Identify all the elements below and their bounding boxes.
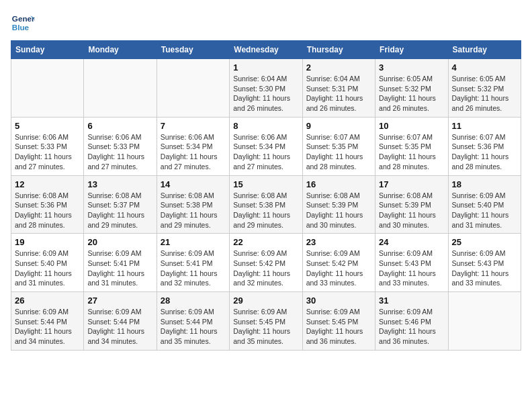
day-info: Sunrise: 6:08 AM Sunset: 5:39 PM Dayligh…	[379, 191, 444, 230]
calendar-cell: 1Sunrise: 6:04 AM Sunset: 5:30 PM Daylig…	[230, 59, 302, 118]
calendar-cell: 13Sunrise: 6:08 AM Sunset: 5:37 PM Dayli…	[84, 175, 157, 234]
day-number: 13	[87, 179, 152, 189]
calendar-cell: 3Sunrise: 6:05 AM Sunset: 5:32 PM Daylig…	[375, 59, 448, 118]
day-info: Sunrise: 6:08 AM Sunset: 5:37 PM Dayligh…	[87, 191, 152, 230]
weekday-header-monday: Monday	[84, 41, 157, 59]
calendar-cell: 15Sunrise: 6:08 AM Sunset: 5:38 PM Dayli…	[230, 175, 302, 234]
day-info: Sunrise: 6:04 AM Sunset: 5:30 PM Dayligh…	[233, 74, 298, 113]
day-info: Sunrise: 6:09 AM Sunset: 5:40 PM Dayligh…	[452, 191, 517, 230]
calendar-cell	[448, 292, 521, 351]
calendar-cell: 27Sunrise: 6:09 AM Sunset: 5:44 PM Dayli…	[84, 292, 157, 351]
calendar-cell: 5Sunrise: 6:06 AM Sunset: 5:33 PM Daylig…	[11, 117, 84, 175]
calendar-cell: 31Sunrise: 6:09 AM Sunset: 5:46 PM Dayli…	[375, 292, 448, 351]
day-number: 7	[161, 121, 226, 131]
day-number: 28	[161, 295, 226, 306]
svg-text:General: General	[12, 14, 35, 23]
day-info: Sunrise: 6:09 AM Sunset: 5:46 PM Dayligh…	[379, 307, 444, 347]
day-number: 25	[452, 237, 517, 247]
weekday-header-row: SundayMondayTuesdayWednesdayThursdayFrid…	[11, 41, 521, 59]
calendar-cell: 20Sunrise: 6:09 AM Sunset: 5:41 PM Dayli…	[84, 234, 157, 292]
logo: General Blue	[11, 11, 35, 35]
weekday-header-friday: Friday	[375, 41, 448, 59]
weekday-header-sunday: Sunday	[11, 41, 84, 59]
day-number: 17	[379, 179, 444, 189]
day-number: 27	[87, 295, 152, 306]
calendar-cell	[11, 59, 84, 118]
calendar-table: SundayMondayTuesdayWednesdayThursdayFrid…	[11, 40, 521, 351]
calendar-cell: 18Sunrise: 6:09 AM Sunset: 5:40 PM Dayli…	[448, 175, 521, 234]
day-info: Sunrise: 6:08 AM Sunset: 5:36 PM Dayligh…	[15, 191, 80, 230]
day-number: 14	[161, 179, 226, 189]
day-info: Sunrise: 6:07 AM Sunset: 5:36 PM Dayligh…	[452, 132, 517, 172]
day-number: 12	[15, 179, 80, 189]
day-number: 10	[379, 121, 444, 131]
week-row-1: 1Sunrise: 6:04 AM Sunset: 5:30 PM Daylig…	[11, 59, 521, 118]
day-info: Sunrise: 6:09 AM Sunset: 5:44 PM Dayligh…	[87, 307, 152, 347]
logo-icon: General Blue	[11, 11, 35, 35]
day-number: 29	[233, 295, 298, 306]
day-number: 6	[87, 121, 152, 131]
day-info: Sunrise: 6:08 AM Sunset: 5:38 PM Dayligh…	[161, 191, 226, 230]
calendar-cell: 23Sunrise: 6:09 AM Sunset: 5:42 PM Dayli…	[302, 234, 375, 292]
calendar-cell	[157, 59, 229, 118]
calendar-cell: 9Sunrise: 6:07 AM Sunset: 5:35 PM Daylig…	[302, 117, 375, 175]
day-info: Sunrise: 6:09 AM Sunset: 5:43 PM Dayligh…	[452, 248, 517, 288]
calendar-cell: 26Sunrise: 6:09 AM Sunset: 5:44 PM Dayli…	[11, 292, 84, 351]
day-number: 11	[452, 121, 517, 131]
day-info: Sunrise: 6:06 AM Sunset: 5:34 PM Dayligh…	[161, 132, 226, 172]
day-number: 15	[233, 179, 298, 189]
day-number: 30	[306, 295, 371, 306]
calendar-cell: 29Sunrise: 6:09 AM Sunset: 5:45 PM Dayli…	[230, 292, 302, 351]
week-row-3: 12Sunrise: 6:08 AM Sunset: 5:36 PM Dayli…	[11, 175, 521, 234]
day-number: 1	[233, 62, 298, 73]
day-number: 24	[379, 237, 444, 247]
weekday-header-tuesday: Tuesday	[157, 41, 229, 59]
day-info: Sunrise: 6:05 AM Sunset: 5:32 PM Dayligh…	[452, 74, 517, 113]
day-info: Sunrise: 6:07 AM Sunset: 5:35 PM Dayligh…	[379, 132, 444, 172]
page-header: General Blue	[11, 11, 521, 35]
calendar-cell: 2Sunrise: 6:04 AM Sunset: 5:31 PM Daylig…	[302, 59, 375, 118]
calendar-cell	[84, 59, 157, 118]
day-info: Sunrise: 6:04 AM Sunset: 5:31 PM Dayligh…	[306, 74, 371, 113]
day-number: 18	[452, 179, 517, 189]
calendar-cell: 30Sunrise: 6:09 AM Sunset: 5:45 PM Dayli…	[302, 292, 375, 351]
day-info: Sunrise: 6:09 AM Sunset: 5:44 PM Dayligh…	[15, 307, 80, 347]
day-info: Sunrise: 6:09 AM Sunset: 5:40 PM Dayligh…	[15, 248, 80, 288]
week-row-5: 26Sunrise: 6:09 AM Sunset: 5:44 PM Dayli…	[11, 292, 521, 351]
calendar-cell: 6Sunrise: 6:06 AM Sunset: 5:33 PM Daylig…	[84, 117, 157, 175]
calendar-cell: 17Sunrise: 6:08 AM Sunset: 5:39 PM Dayli…	[375, 175, 448, 234]
day-info: Sunrise: 6:08 AM Sunset: 5:38 PM Dayligh…	[233, 191, 298, 230]
day-info: Sunrise: 6:09 AM Sunset: 5:42 PM Dayligh…	[306, 248, 371, 288]
day-number: 5	[15, 121, 80, 131]
calendar-body: 1Sunrise: 6:04 AM Sunset: 5:30 PM Daylig…	[11, 59, 521, 351]
calendar-cell: 22Sunrise: 6:09 AM Sunset: 5:42 PM Dayli…	[230, 234, 302, 292]
calendar-cell: 12Sunrise: 6:08 AM Sunset: 5:36 PM Dayli…	[11, 175, 84, 234]
day-number: 31	[379, 295, 444, 306]
day-info: Sunrise: 6:09 AM Sunset: 5:43 PM Dayligh…	[379, 248, 444, 288]
day-number: 2	[306, 62, 371, 73]
day-number: 16	[306, 179, 371, 189]
calendar-cell: 28Sunrise: 6:09 AM Sunset: 5:44 PM Dayli…	[157, 292, 229, 351]
calendar-cell: 19Sunrise: 6:09 AM Sunset: 5:40 PM Dayli…	[11, 234, 84, 292]
day-info: Sunrise: 6:05 AM Sunset: 5:32 PM Dayligh…	[379, 74, 444, 113]
day-number: 19	[15, 237, 80, 247]
day-number: 3	[379, 62, 444, 73]
day-info: Sunrise: 6:08 AM Sunset: 5:39 PM Dayligh…	[306, 191, 371, 230]
weekday-header-thursday: Thursday	[302, 41, 375, 59]
calendar-cell: 16Sunrise: 6:08 AM Sunset: 5:39 PM Dayli…	[302, 175, 375, 234]
calendar-cell: 8Sunrise: 6:06 AM Sunset: 5:34 PM Daylig…	[230, 117, 302, 175]
day-info: Sunrise: 6:06 AM Sunset: 5:33 PM Dayligh…	[87, 132, 152, 172]
day-info: Sunrise: 6:09 AM Sunset: 5:41 PM Dayligh…	[161, 248, 226, 288]
week-row-2: 5Sunrise: 6:06 AM Sunset: 5:33 PM Daylig…	[11, 117, 521, 175]
day-number: 20	[87, 237, 152, 247]
day-number: 21	[161, 237, 226, 247]
day-info: Sunrise: 6:09 AM Sunset: 5:42 PM Dayligh…	[233, 248, 298, 288]
calendar-cell: 7Sunrise: 6:06 AM Sunset: 5:34 PM Daylig…	[157, 117, 229, 175]
day-number: 9	[306, 121, 371, 131]
day-info: Sunrise: 6:09 AM Sunset: 5:45 PM Dayligh…	[233, 307, 298, 347]
calendar-cell: 4Sunrise: 6:05 AM Sunset: 5:32 PM Daylig…	[448, 59, 521, 118]
day-info: Sunrise: 6:07 AM Sunset: 5:35 PM Dayligh…	[306, 132, 371, 172]
day-info: Sunrise: 6:06 AM Sunset: 5:34 PM Dayligh…	[233, 132, 298, 172]
calendar-cell: 11Sunrise: 6:07 AM Sunset: 5:36 PM Dayli…	[448, 117, 521, 175]
week-row-4: 19Sunrise: 6:09 AM Sunset: 5:40 PM Dayli…	[11, 234, 521, 292]
